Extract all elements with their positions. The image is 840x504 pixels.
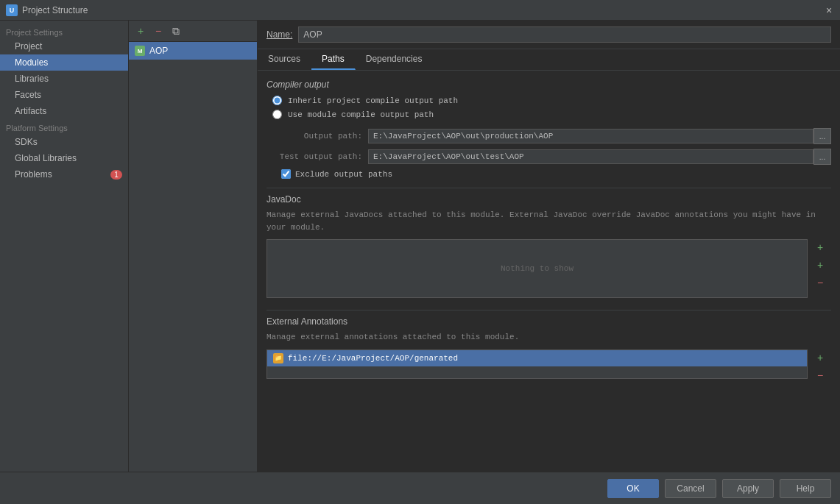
exclude-output-row: Exclude output paths (267, 169, 831, 179)
content-panel: Name: Sources Paths Dependencies Compile… (258, 21, 840, 472)
sidebar-item-artifacts[interactable]: Artifacts (0, 103, 128, 119)
radio-row-module: Use module compile output path (272, 110, 831, 119)
apply-button[interactable]: Apply (722, 479, 774, 498)
annotation-path: file://E:/JavaProject/AOP/genarated (288, 354, 458, 363)
external-annotations-desc: Manage external annotations attached to … (267, 331, 831, 344)
exclude-output-checkbox[interactable] (281, 169, 291, 179)
annotation-list-area: 📁 file://E:/JavaProject/AOP/genarated (267, 349, 808, 379)
annotation-icon: 📁 (273, 353, 283, 363)
module-panel: + − ⧉ M AOP (129, 21, 258, 472)
javadoc-title: JavaDoc (267, 194, 831, 205)
sidebar-item-global-libraries[interactable]: Global Libraries (0, 150, 128, 166)
name-input[interactable] (298, 26, 831, 43)
radio-module[interactable] (272, 110, 282, 119)
annotation-wrapper: 📁 file://E:/JavaProject/AOP/genarated + … (267, 349, 808, 379)
test-output-path-row: Test output path: ... (267, 149, 831, 165)
name-row: Name: (258, 21, 840, 49)
test-output-path-input[interactable] (368, 149, 813, 164)
close-button[interactable]: × (824, 5, 834, 15)
javadoc-add-button[interactable]: + (812, 239, 828, 255)
radio-group: Inherit project compile output path Use … (267, 96, 831, 119)
add-module-button[interactable]: + (133, 24, 148, 38)
problems-badge: 1 (110, 170, 122, 180)
javadoc-list-area: Nothing to show (267, 239, 808, 298)
tabs-bar: Sources Paths Dependencies (258, 49, 840, 71)
radio-inherit-label: Inherit project compile output path (288, 96, 458, 105)
ok-button[interactable]: OK (607, 479, 659, 498)
javadoc-wrapper: Nothing to show + + − (267, 239, 808, 298)
module-toolbar: + − ⧉ (129, 21, 257, 42)
copy-module-button[interactable]: ⧉ (169, 24, 183, 38)
sidebar: Project Settings Project Modules Librari… (0, 21, 129, 472)
project-settings-label: Project Settings (0, 24, 128, 38)
sidebar-item-project[interactable]: Project (0, 38, 128, 54)
tab-paths[interactable]: Paths (311, 49, 356, 70)
sidebar-item-problems[interactable]: Problems 1 (0, 166, 128, 182)
platform-settings-label: Platform Settings (0, 119, 128, 134)
output-path-label: Output path: (272, 132, 368, 141)
exclude-output-label: Exclude output paths (295, 170, 392, 179)
sidebar-item-modules[interactable]: Modules (0, 54, 128, 71)
javadoc-add-template-button[interactable]: + (812, 257, 828, 273)
remove-module-button[interactable]: − (151, 24, 166, 38)
javadoc-section: JavaDoc Manage external JavaDocs attache… (267, 188, 831, 298)
javadoc-empty-label: Nothing to show (501, 264, 573, 273)
test-output-path-label: Test output path: (272, 152, 368, 161)
annotation-remove-button[interactable]: − (812, 367, 828, 383)
sidebar-item-sdks[interactable]: SDKs (0, 134, 128, 150)
sidebar-item-facets[interactable]: Facets (0, 87, 128, 103)
module-list: M AOP (129, 42, 257, 472)
compiler-output-title: Compiler output (267, 79, 831, 90)
module-name: AOP (149, 46, 168, 56)
name-label: Name: (267, 29, 292, 40)
annotation-item[interactable]: 📁 file://E:/JavaProject/AOP/genarated (267, 350, 807, 366)
radio-row-inherit: Inherit project compile output path (272, 96, 831, 105)
javadoc-remove-button[interactable]: − (812, 274, 828, 291)
problems-label: Problems (15, 169, 52, 180)
cancel-button[interactable]: Cancel (665, 479, 716, 498)
annotation-add-button[interactable]: + (812, 349, 828, 366)
main-container: Project Settings Project Modules Librari… (0, 21, 840, 472)
tab-content-paths: Compiler output Inherit project compile … (258, 71, 840, 472)
radio-module-label: Use module compile output path (288, 110, 434, 119)
javadoc-side-buttons: + + − (812, 239, 828, 291)
tab-dependencies[interactable]: Dependencies (356, 49, 434, 70)
output-path-row: Output path: ... (267, 128, 831, 144)
title-bar: U Project Structure × (0, 0, 840, 21)
radio-inherit[interactable] (272, 96, 282, 105)
javadoc-desc: Manage external JavaDocs attached to thi… (267, 209, 831, 233)
annotation-side-buttons: + − (812, 349, 828, 383)
help-button[interactable]: Help (780, 479, 831, 498)
sidebar-item-libraries[interactable]: Libraries (0, 71, 128, 87)
external-annotations-title: External Annotations (267, 316, 831, 327)
tab-sources[interactable]: Sources (258, 49, 311, 70)
title-bar-text: Project Structure (22, 5, 824, 15)
module-icon: M (135, 46, 145, 56)
bottom-bar: OK Cancel Apply Help (0, 472, 840, 504)
output-path-browse-button[interactable]: ... (813, 128, 831, 144)
output-path-input[interactable] (368, 129, 813, 143)
external-annotations-section: External Annotations Manage external ann… (267, 310, 831, 379)
module-item[interactable]: M AOP (129, 42, 257, 60)
test-output-path-browse-button[interactable]: ... (813, 149, 831, 165)
app-icon: U (6, 4, 18, 16)
